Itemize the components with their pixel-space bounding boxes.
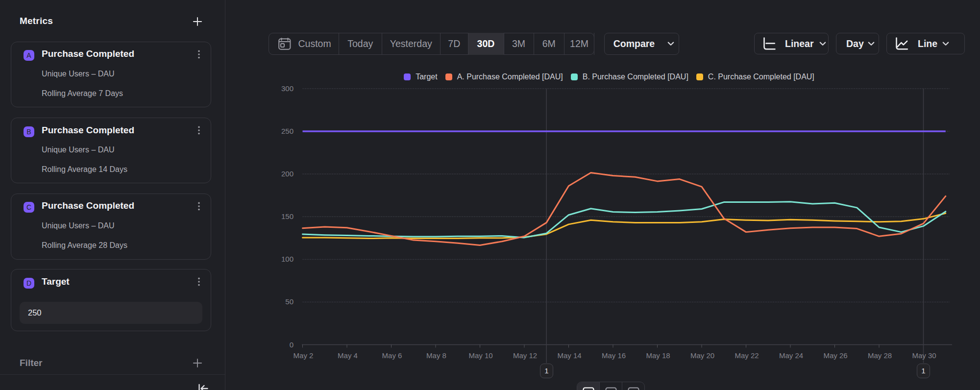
svg-text:May 6: May 6 (382, 351, 402, 360)
svg-text:May 4: May 4 (338, 351, 358, 360)
svg-text:300: 300 (281, 84, 294, 93)
svg-text:May 2: May 2 (294, 351, 314, 360)
svg-text:May 24: May 24 (779, 351, 803, 360)
svg-text:May 16: May 16 (602, 351, 626, 360)
svg-text:May 12: May 12 (513, 351, 537, 360)
svg-text:May 22: May 22 (735, 351, 759, 360)
svg-text:100: 100 (281, 255, 294, 263)
svg-text:May 14: May 14 (557, 351, 581, 360)
svg-text:0: 0 (290, 341, 294, 349)
svg-text:250: 250 (281, 127, 294, 135)
svg-text:May 10: May 10 (468, 351, 492, 360)
svg-text:200: 200 (281, 170, 294, 178)
svg-text:150: 150 (281, 212, 294, 220)
svg-text:May 30: May 30 (912, 351, 936, 360)
svg-text:May 28: May 28 (868, 351, 892, 360)
svg-text:May 8: May 8 (426, 351, 446, 360)
svg-text:May 26: May 26 (823, 351, 847, 360)
svg-text:May 18: May 18 (646, 351, 670, 360)
svg-text:50: 50 (285, 297, 294, 306)
svg-text:May 20: May 20 (690, 351, 714, 360)
